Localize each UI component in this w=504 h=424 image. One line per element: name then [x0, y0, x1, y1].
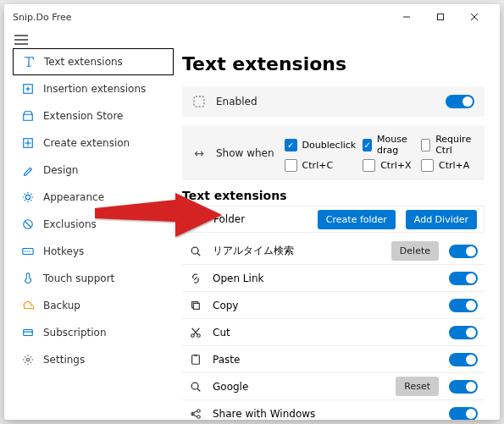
checkbox-icon — [421, 159, 434, 172]
sidebar-item-label: Backup — [43, 300, 80, 311]
svg-point-17 — [25, 251, 25, 251]
check-label: Doubleclick — [302, 140, 357, 151]
svg-point-18 — [26, 251, 27, 251]
sidebar-item-touch[interactable]: Touch support — [13, 265, 174, 292]
check-doubleclick[interactable]: ✓Doubleclick — [285, 134, 357, 156]
extension-label: Google — [213, 381, 248, 393]
sidebar-item-appearance[interactable]: Appearance — [13, 184, 174, 211]
extension-label: Paste — [213, 354, 240, 366]
extension-row[interactable]: Copy — [182, 292, 485, 319]
extension-row[interactable]: Cut — [182, 319, 485, 346]
add-divider-button[interactable]: Add Divider — [406, 210, 477, 229]
sidebar-item-subscription[interactable]: Subscription — [13, 319, 174, 346]
extension-label: Open Link — [213, 273, 263, 284]
minimize-button[interactable] — [390, 5, 424, 29]
copy-icon — [189, 299, 202, 312]
sidebar-item-exclusions[interactable]: Exclusions — [13, 211, 174, 238]
arrows-icon: ↔ — [192, 146, 206, 160]
close-button[interactable] — [457, 5, 491, 29]
create-icon — [21, 136, 35, 150]
svg-rect-23 — [194, 96, 204, 107]
sidebar-item-design[interactable]: Design — [13, 157, 174, 184]
main-content: Text extensions Enabled ↔ Show when ✓Dou… — [182, 48, 500, 420]
extension-row[interactable]: GoogleReset — [182, 373, 485, 400]
search-icon — [189, 380, 202, 394]
svg-point-34 — [191, 383, 198, 389]
svg-rect-27 — [193, 303, 199, 309]
sidebar-item-label: Appearance — [43, 191, 104, 203]
extension-label: Share with Windows — [213, 408, 315, 420]
extension-toggle[interactable] — [449, 353, 478, 366]
extension-label: Cut — [213, 327, 230, 339]
check-label: Require Ctrl — [435, 134, 474, 156]
sidebar-item-store[interactable]: Extension Store — [13, 102, 174, 129]
folder-label: Folder — [213, 213, 245, 225]
link-icon — [189, 272, 202, 285]
sidebar-item-settings[interactable]: Settings — [13, 346, 174, 373]
extension-toggle[interactable] — [449, 380, 478, 394]
svg-line-15 — [25, 222, 31, 228]
check-label: Ctrl+A — [439, 160, 469, 171]
extension-toggle[interactable] — [449, 299, 478, 312]
sidebar: Text extensionsInsertion extensionsExten… — [4, 48, 182, 420]
enabled-card: Enabled — [182, 86, 485, 117]
extension-row[interactable]: Open Link — [182, 265, 485, 292]
check-mouse-drag[interactable]: ✓Mouse drag — [363, 134, 414, 156]
extension-toggle[interactable] — [449, 407, 478, 421]
check-label: Ctrl+C — [302, 160, 333, 171]
design-icon — [21, 163, 35, 177]
checkbox-icon: ✓ — [285, 139, 297, 151]
sidebar-item-hotkeys[interactable]: Hotkeys — [13, 238, 174, 265]
enabled-toggle[interactable] — [446, 95, 474, 108]
checkbox-icon — [363, 159, 375, 172]
extension-row[interactable]: リアルタイム検索Delete — [182, 238, 485, 265]
paste-icon — [189, 353, 202, 366]
sidebar-item-label: Touch support — [43, 273, 114, 284]
maximize-button[interactable] — [424, 5, 457, 29]
titlebar: Snip.Do Free — [4, 4, 500, 30]
svg-point-22 — [26, 358, 30, 361]
enabled-icon — [192, 95, 206, 108]
cut-icon — [189, 326, 202, 339]
folder-header: Folder Create folder Add Divider — [182, 206, 485, 233]
svg-rect-32 — [192, 355, 200, 364]
extension-label: リアルタイム検索 — [213, 244, 294, 258]
sidebar-item-label: Settings — [43, 354, 85, 366]
svg-line-25 — [197, 253, 200, 256]
check-require-ctrl[interactable]: Require Ctrl — [421, 134, 474, 156]
svg-line-35 — [197, 388, 200, 391]
share-icon — [189, 407, 202, 421]
touch-icon — [21, 272, 35, 285]
check-ctrl-a[interactable]: Ctrl+A — [421, 159, 474, 172]
exclusions-icon — [21, 218, 35, 231]
sidebar-item-backup[interactable]: Backup — [13, 292, 174, 319]
svg-rect-1 — [438, 14, 444, 20]
extension-label: Copy — [213, 300, 238, 311]
check-ctrl-x[interactable]: Ctrl+X — [363, 159, 414, 172]
subscription-icon — [21, 326, 35, 339]
create-folder-button[interactable]: Create folder — [318, 210, 396, 229]
sidebar-item-create[interactable]: Create extension — [13, 129, 174, 157]
check-ctrl-c[interactable]: Ctrl+C — [285, 159, 357, 172]
sidebar-item-text[interactable]: Text extensions — [13, 48, 174, 75]
appearance-icon — [21, 190, 35, 204]
svg-rect-33 — [194, 354, 197, 355]
sidebar-item-insert[interactable]: Insertion extensions — [13, 75, 174, 102]
checkbox-icon: ✓ — [363, 139, 372, 151]
sidebar-item-label: Insertion extensions — [43, 83, 146, 95]
reset-button[interactable]: Reset — [396, 377, 439, 396]
showwhen-options: ✓Doubleclick✓Mouse dragRequire CtrlCtrl+… — [285, 134, 474, 172]
extension-row[interactable]: Share with Windows — [182, 400, 485, 420]
extension-toggle[interactable] — [449, 272, 478, 285]
extension-row[interactable]: Paste — [182, 346, 485, 373]
folder-icon — [190, 212, 203, 226]
text-icon — [22, 55, 36, 69]
hamburger-menu[interactable] — [4, 30, 500, 48]
showwhen-label: Show when — [216, 147, 274, 159]
sidebar-item-label: Exclusions — [43, 218, 97, 230]
extension-toggle[interactable] — [449, 245, 478, 258]
extension-toggle[interactable] — [449, 326, 478, 339]
sidebar-item-label: Text extensions — [44, 56, 123, 68]
delete-button[interactable]: Delete — [391, 241, 439, 261]
showwhen-card: ↔ Show when ✓Doubleclick✓Mouse dragRequi… — [182, 125, 485, 180]
